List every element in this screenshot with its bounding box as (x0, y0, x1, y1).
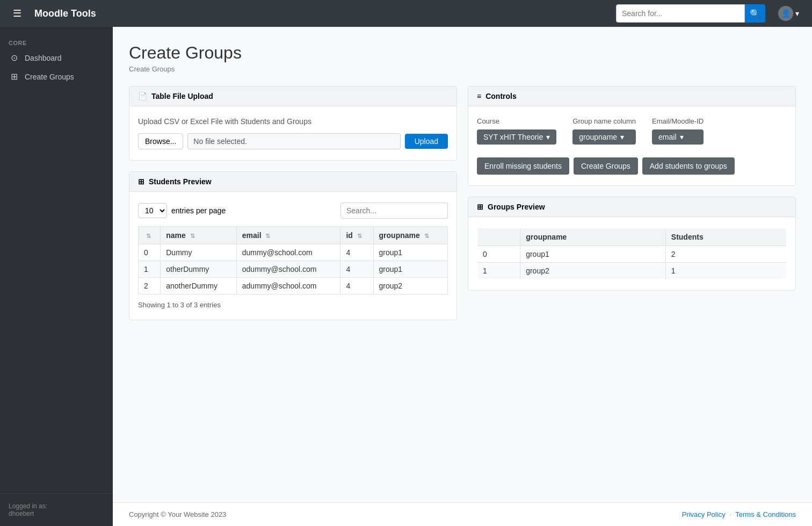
cell-students: 1 (665, 263, 786, 279)
groups-col-groupname: groupname (520, 228, 666, 246)
sort-icon-email: ⇅ (265, 233, 270, 239)
file-upload-title: Table File Upload (151, 92, 213, 100)
col-name[interactable]: name ⇅ (161, 227, 237, 244)
email-label: Email/Moodle-ID (652, 117, 704, 125)
chevron-down-icon: ▾ (546, 133, 550, 141)
email-value: email (658, 133, 676, 141)
menu-toggle-button[interactable]: ☰ (9, 5, 26, 21)
main-content: Create Groups Create Groups 📄 Table File… (113, 27, 812, 502)
cell-index: 0 (477, 246, 520, 263)
dashboard-icon: ⊙ (9, 53, 19, 63)
user-icon: 👤 (781, 9, 791, 18)
cell-groupname: group2 (373, 278, 447, 294)
sidebar-item-label: Dashboard (25, 54, 62, 62)
search-icon: 🔍 (750, 9, 760, 19)
groups-preview-title: Groups Preview (488, 203, 545, 211)
email-dropdown[interactable]: email ▾ (652, 129, 704, 145)
cell-name: otherDummy (161, 261, 237, 278)
file-name-display: No file selected. (187, 133, 400, 149)
sidebar-item-create-groups[interactable]: ⊞ Create Groups (0, 67, 113, 86)
students-preview-header: ⊞ Students Preview (129, 172, 456, 192)
preview-controls: 10 25 50 entries per page (138, 203, 448, 219)
table-row: 1 otherDummy odummy@school.com 4 group1 (139, 261, 448, 278)
controls-body: Course SYT xHIT Theorie ▾ Group name col… (468, 106, 795, 185)
username: dhoebert (9, 510, 104, 517)
sort-icon-id: ⇅ (357, 233, 362, 239)
file-input-row: Browse... No file selected. Upload (138, 133, 448, 149)
students-search-input[interactable] (340, 203, 448, 219)
groups-preview-header: ⊞ Groups Preview (468, 197, 795, 217)
upload-button[interactable]: Upload (405, 134, 448, 149)
cell-groupname: group2 (520, 263, 666, 279)
privacy-policy-link[interactable]: Privacy Policy (682, 510, 726, 518)
groups-col-students: Students (665, 228, 786, 246)
cell-id: 4 (340, 244, 373, 261)
course-dropdown[interactable]: SYT xHIT Theorie ▾ (477, 129, 556, 145)
groups-header-row: groupname Students (477, 228, 787, 246)
sidebar-item-dashboard[interactable]: ⊙ Dashboard (0, 48, 113, 67)
groups-table: groupname Students 0 group1 2 1 group2 1 (477, 228, 787, 279)
course-label: Course (477, 117, 556, 125)
chevron-down-icon: ▾ (620, 133, 624, 141)
cell-id: 4 (340, 261, 373, 278)
footer-links: Privacy Policy · Terms & Conditions (682, 510, 796, 518)
group-col-label: Group name column (572, 117, 636, 125)
cell-name: Dummy (161, 244, 237, 261)
controls-grid: Course SYT xHIT Theorie ▾ Group name col… (477, 117, 787, 145)
cell-id: 4 (340, 278, 373, 294)
groups-preview-body: groupname Students 0 group1 2 1 group2 1 (468, 217, 795, 290)
file-upload-panel: 📄 Table File Upload Upload CSV or Excel … (129, 86, 457, 161)
browse-button[interactable]: Browse... (138, 133, 183, 149)
search-bar: 🔍 (616, 4, 765, 23)
sidebar: CORE ⊙ Dashboard ⊞ Create Groups Logged … (0, 27, 113, 526)
avatar: 👤 (778, 6, 793, 21)
email-control: Email/Moodle-ID email ▾ (652, 117, 704, 145)
action-buttons: Enroll missing students Create Groups Ad… (477, 157, 787, 175)
cell-index: 1 (139, 261, 161, 278)
create-groups-button[interactable]: Create Groups (574, 157, 638, 175)
cell-index: 0 (139, 244, 161, 261)
col-groupname[interactable]: groupname ⇅ (373, 227, 447, 244)
breadcrumb: Create Groups (129, 65, 796, 73)
cell-groupname: group1 (373, 261, 447, 278)
entries-per-page-select[interactable]: 10 25 50 (138, 203, 167, 218)
file-icon: 📄 (138, 92, 147, 100)
enroll-missing-button[interactable]: Enroll missing students (477, 157, 569, 175)
add-students-button[interactable]: Add students to groups (642, 157, 735, 175)
groups-table-icon: ⊞ (477, 203, 483, 211)
controls-title: Controls (485, 92, 517, 100)
sidebar-item-label: Create Groups (25, 73, 74, 81)
course-control: Course SYT xHIT Theorie ▾ (477, 117, 556, 145)
cell-groupname: group1 (373, 244, 447, 261)
cell-index: 2 (139, 278, 161, 294)
sort-icon-name: ⇅ (190, 233, 195, 239)
students-preview-body: 10 25 50 entries per page (129, 192, 456, 320)
table-row: 2 anotherDummy adummy@school.com 4 group… (139, 278, 448, 294)
col-index[interactable]: ⇅ (139, 227, 161, 244)
group-col-dropdown[interactable]: groupname ▾ (572, 129, 636, 145)
sort-icon-groupname: ⇅ (424, 233, 429, 239)
groups-col-index (477, 228, 520, 246)
cell-students: 2 (665, 246, 786, 263)
terms-conditions-link[interactable]: Terms & Conditions (735, 510, 796, 518)
course-value: SYT xHIT Theorie (483, 133, 543, 141)
showing-text: Showing 1 to 3 of 3 entries (138, 301, 448, 309)
cell-groupname: group1 (520, 246, 666, 263)
search-input[interactable] (616, 4, 745, 23)
table-header-row: ⇅ name ⇅ email ⇅ id ⇅ groupname ⇅ (139, 227, 448, 244)
col-id[interactable]: id ⇅ (340, 227, 373, 244)
students-preview-title: Students Preview (149, 177, 212, 186)
footer-separator: · (729, 510, 731, 518)
groups-icon: ⊞ (9, 71, 19, 82)
cell-email: odummy@school.com (236, 261, 340, 278)
cell-index: 1 (477, 263, 520, 279)
cell-name: anotherDummy (161, 278, 237, 294)
search-button[interactable]: 🔍 (745, 4, 765, 23)
user-menu[interactable]: 👤 ▾ (774, 4, 803, 23)
controls-panel: ≡ Controls Course SYT xHIT Theorie ▾ (468, 86, 796, 186)
col-email[interactable]: email ⇅ (236, 227, 340, 244)
group-col-control: Group name column groupname ▾ (572, 117, 636, 145)
entries-select: 10 25 50 entries per page (138, 203, 226, 218)
file-upload-header: 📄 Table File Upload (129, 87, 456, 106)
chevron-down-icon: ▾ (680, 133, 684, 141)
